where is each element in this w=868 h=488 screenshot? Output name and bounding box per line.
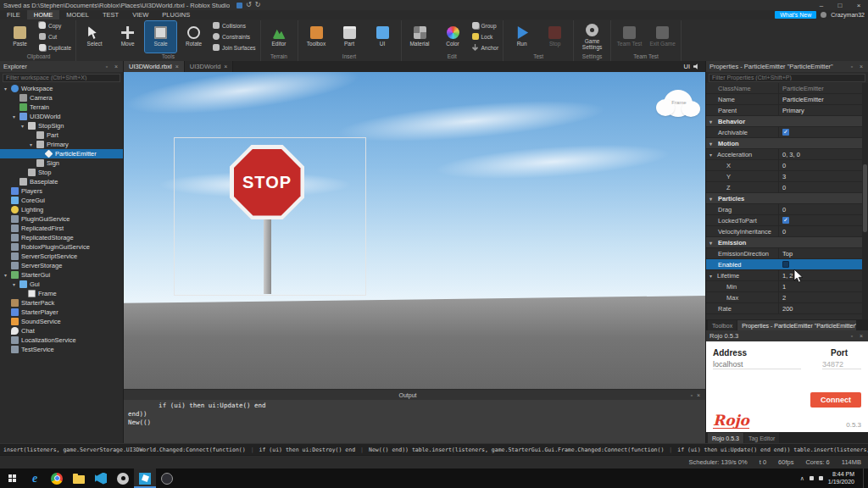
ribbon-button-paste[interactable]: Paste xyxy=(4,21,36,53)
ribbon-button-stop[interactable]: Stop xyxy=(539,21,570,53)
ribbon-button-part[interactable]: Part xyxy=(334,21,365,53)
explorer-filter-input[interactable] xyxy=(3,74,120,82)
network-icon[interactable] xyxy=(810,476,814,480)
menu-tab-file[interactable]: FILE xyxy=(0,10,27,19)
taskbar-icon-obs[interactable] xyxy=(156,469,178,488)
tree-item-testservice[interactable]: TestService xyxy=(0,345,123,354)
property-row-velocityinheritance[interactable]: VelocityInheritance0 xyxy=(706,226,868,237)
property-row-archivable[interactable]: Archivable✓ xyxy=(706,127,868,138)
tree-item-replicatedstorage[interactable]: ReplicatedStorage xyxy=(0,233,123,242)
tree-item-camera[interactable]: Camera xyxy=(0,93,123,103)
maximize-button[interactable]: □ xyxy=(831,0,849,10)
tree-item-serverstorage[interactable]: ServerStorage xyxy=(0,261,123,270)
ribbon-button-ui[interactable]: UI xyxy=(367,21,398,53)
ribbon-button-game-settings[interactable]: Game Settings xyxy=(576,21,608,53)
volume-icon[interactable] xyxy=(819,476,823,480)
tree-item-chat[interactable]: Chat xyxy=(0,326,123,336)
pin-icon[interactable]: ▫ xyxy=(688,392,695,398)
property-row-min[interactable]: Min1 xyxy=(706,281,868,292)
close-tab-icon[interactable]: × xyxy=(224,64,227,69)
close-button[interactable]: × xyxy=(849,0,868,10)
whats-new-button[interactable]: What's New xyxy=(775,11,816,19)
rojo-address-input[interactable] xyxy=(713,360,801,369)
property-row-max[interactable]: Max2 xyxy=(706,292,868,303)
frame-object[interactable]: Frame xyxy=(656,87,702,123)
ribbon-button-run[interactable]: Run xyxy=(506,21,537,53)
collapse-arrow-icon[interactable]: ▾ xyxy=(709,273,715,279)
close-icon[interactable]: × xyxy=(695,392,702,398)
ui-toggle-label[interactable]: UI xyxy=(684,63,691,70)
rojo-tab-rojo-0-5-3[interactable]: Rojo 0.5.3 xyxy=(708,433,743,443)
close-icon[interactable]: × xyxy=(113,64,120,69)
checkbox-checked-icon[interactable]: ✓ xyxy=(782,129,789,136)
3d-viewport[interactable]: STOP Frame xyxy=(124,72,705,389)
ribbon-button-toolbox[interactable]: Toolbox xyxy=(301,21,332,53)
ribbon-button-rotate[interactable]: Rotate xyxy=(178,21,209,53)
tree-item-lighting[interactable]: Lighting xyxy=(0,205,123,214)
property-row-classname[interactable]: ClassNameParticleEmitter xyxy=(706,83,868,94)
properties-scrollbar[interactable] xyxy=(862,83,868,319)
property-row-lifetime[interactable]: ▾Lifetime1, 2 xyxy=(706,270,868,281)
stop-sign-post[interactable] xyxy=(264,216,271,294)
property-row-drag[interactable]: Drag0 xyxy=(706,204,868,215)
tree-item-gui[interactable]: ▾Gui xyxy=(0,280,123,289)
save-icon[interactable] xyxy=(236,3,242,8)
tree-item-sign[interactable]: Sign xyxy=(0,158,123,168)
ribbon-button-cut[interactable]: Cut xyxy=(37,31,73,42)
redo-icon[interactable]: ↻ xyxy=(255,2,261,8)
tree-item-stopsign[interactable]: ▾StopSign xyxy=(0,121,123,130)
taskbar-icon-folder[interactable] xyxy=(68,469,90,488)
ribbon-button-lock[interactable]: Lock xyxy=(470,31,501,42)
taskbar-icon-vscode[interactable] xyxy=(90,469,112,488)
checkbox-icon[interactable] xyxy=(782,261,789,268)
property-row-acceleration[interactable]: ▾Acceleration0, 3, 0 xyxy=(706,149,868,160)
start-button[interactable] xyxy=(0,469,24,488)
collapse-arrow-icon[interactable]: ▾ xyxy=(11,114,17,119)
tree-item-starterpack[interactable]: StarterPack xyxy=(0,298,123,308)
tree-item-particleemitter[interactable]: ParticleEmitter xyxy=(0,149,123,158)
scrollbar-thumb[interactable] xyxy=(863,164,867,232)
rojo-connect-button[interactable]: Connect xyxy=(810,392,861,408)
taskbar-clock[interactable]: 8:44 PM 1/19/2020 xyxy=(828,471,858,485)
property-row-rate[interactable]: Rate200 xyxy=(706,303,868,314)
collapse-arrow-icon[interactable]: ▾ xyxy=(709,152,715,158)
property-row-z[interactable]: Z0 xyxy=(706,182,868,193)
property-row-emissiondirection[interactable]: EmissionDirectionTop xyxy=(706,248,868,259)
taskbar-icon-roblox-studio[interactable] xyxy=(134,469,156,488)
collapse-arrow-icon[interactable]: ▾ xyxy=(11,281,17,287)
ribbon-button-team-test[interactable]: Team Test xyxy=(614,21,645,53)
ribbon-button-group[interactable]: Group xyxy=(470,20,501,30)
ribbon-button-duplicate[interactable]: Duplicate xyxy=(37,42,73,53)
rojo-port-input[interactable] xyxy=(822,360,861,369)
ribbon-button-material[interactable]: Material xyxy=(404,21,436,53)
stop-sign[interactable]: STOP xyxy=(230,145,304,219)
tree-item-frame[interactable]: Frame xyxy=(0,289,123,298)
properties-filter-input[interactable] xyxy=(709,74,865,82)
property-row-name[interactable]: NameParticleEmitter xyxy=(706,94,868,105)
menu-tab-view[interactable]: VIEW xyxy=(125,10,155,19)
tree-item-primary[interactable]: ▾Primary xyxy=(0,140,123,149)
property-row-enabled[interactable]: Enabled xyxy=(706,259,868,270)
tree-item-replicatedfirst[interactable]: ReplicatedFirst xyxy=(0,224,123,233)
tray-chevron-icon[interactable]: ∧ xyxy=(800,475,804,482)
ribbon-button-join-surfaces[interactable]: Join Surfaces xyxy=(211,42,257,53)
collapse-arrow-icon[interactable]: ▾ xyxy=(28,141,34,147)
menu-tab-model[interactable]: MODEL xyxy=(59,10,96,19)
tree-item-pluginguiservice[interactable]: PluginGuiService xyxy=(0,214,123,224)
ribbon-button-move[interactable]: Move xyxy=(112,21,143,53)
property-section-behavior[interactable]: ▾Behavior xyxy=(706,116,868,127)
tree-item-coregui[interactable]: CoreGui xyxy=(0,196,123,205)
pin-icon[interactable]: ▫ xyxy=(849,333,855,339)
tree-item-startergui[interactable]: ▾StarterGui xyxy=(0,270,123,280)
property-row-lockedtopart[interactable]: LockedToPart✓ xyxy=(706,215,868,226)
dock-tab-toolbox[interactable]: Toolbox xyxy=(708,320,737,330)
tree-item-robloxpluginguiservice[interactable]: RobloxPluginGuiService xyxy=(0,242,123,252)
collapse-arrow-icon[interactable]: ▾ xyxy=(3,86,8,92)
command-bar[interactable]: insert(listeners, game.ServerStorage.UI3… xyxy=(0,443,868,455)
taskbar-icon-chrome[interactable] xyxy=(46,469,68,488)
baseplate-ground[interactable] xyxy=(124,296,705,389)
ribbon-button-collisions[interactable]: Collisions xyxy=(211,20,257,30)
tree-item-terrain[interactable]: Terrain xyxy=(0,103,123,112)
tree-item-serverscriptservice[interactable]: ServerScriptService xyxy=(0,252,123,261)
ribbon-button-select[interactable]: Select xyxy=(79,21,110,53)
